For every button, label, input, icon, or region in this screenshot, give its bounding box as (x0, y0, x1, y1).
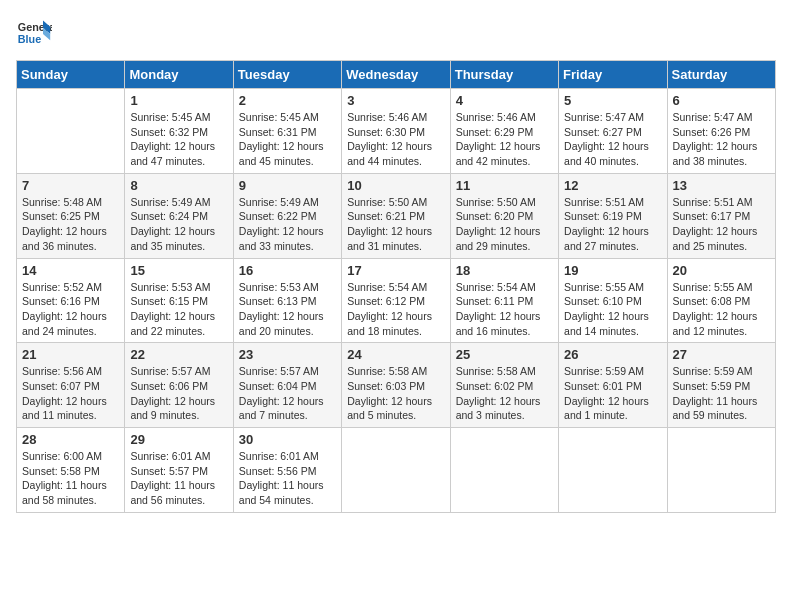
day-info: Sunrise: 5:47 AM Sunset: 6:27 PM Dayligh… (564, 110, 661, 169)
calendar-cell: 6Sunrise: 5:47 AM Sunset: 6:26 PM Daylig… (667, 89, 775, 174)
day-number: 11 (456, 178, 553, 193)
logo-icon: GeneralBlue (16, 16, 52, 52)
calendar-cell: 18Sunrise: 5:54 AM Sunset: 6:11 PM Dayli… (450, 258, 558, 343)
day-number: 26 (564, 347, 661, 362)
logo: GeneralBlue (16, 16, 52, 52)
day-info: Sunrise: 5:49 AM Sunset: 6:24 PM Dayligh… (130, 195, 227, 254)
calendar-cell (667, 428, 775, 513)
calendar-cell: 4Sunrise: 5:46 AM Sunset: 6:29 PM Daylig… (450, 89, 558, 174)
day-number: 10 (347, 178, 444, 193)
day-number: 9 (239, 178, 336, 193)
day-number: 15 (130, 263, 227, 278)
calendar-cell: 12Sunrise: 5:51 AM Sunset: 6:19 PM Dayli… (559, 173, 667, 258)
day-number: 28 (22, 432, 119, 447)
calendar-cell (342, 428, 450, 513)
day-info: Sunrise: 5:46 AM Sunset: 6:29 PM Dayligh… (456, 110, 553, 169)
calendar-cell: 26Sunrise: 5:59 AM Sunset: 6:01 PM Dayli… (559, 343, 667, 428)
day-number: 16 (239, 263, 336, 278)
day-number: 25 (456, 347, 553, 362)
day-number: 2 (239, 93, 336, 108)
day-number: 30 (239, 432, 336, 447)
calendar-cell: 24Sunrise: 5:58 AM Sunset: 6:03 PM Dayli… (342, 343, 450, 428)
calendar-cell (559, 428, 667, 513)
calendar-cell: 20Sunrise: 5:55 AM Sunset: 6:08 PM Dayli… (667, 258, 775, 343)
svg-text:Blue: Blue (18, 33, 41, 45)
day-number: 8 (130, 178, 227, 193)
calendar-cell: 7Sunrise: 5:48 AM Sunset: 6:25 PM Daylig… (17, 173, 125, 258)
day-number: 17 (347, 263, 444, 278)
day-info: Sunrise: 5:47 AM Sunset: 6:26 PM Dayligh… (673, 110, 770, 169)
calendar-cell: 1Sunrise: 5:45 AM Sunset: 6:32 PM Daylig… (125, 89, 233, 174)
calendar-cell (450, 428, 558, 513)
calendar-cell: 9Sunrise: 5:49 AM Sunset: 6:22 PM Daylig… (233, 173, 341, 258)
calendar-cell: 23Sunrise: 5:57 AM Sunset: 6:04 PM Dayli… (233, 343, 341, 428)
calendar-cell: 2Sunrise: 5:45 AM Sunset: 6:31 PM Daylig… (233, 89, 341, 174)
day-number: 5 (564, 93, 661, 108)
day-info: Sunrise: 5:58 AM Sunset: 6:02 PM Dayligh… (456, 364, 553, 423)
day-info: Sunrise: 5:54 AM Sunset: 6:11 PM Dayligh… (456, 280, 553, 339)
day-number: 6 (673, 93, 770, 108)
weekday-header-wednesday: Wednesday (342, 61, 450, 89)
day-info: Sunrise: 5:55 AM Sunset: 6:08 PM Dayligh… (673, 280, 770, 339)
week-row-2: 7Sunrise: 5:48 AM Sunset: 6:25 PM Daylig… (17, 173, 776, 258)
day-number: 7 (22, 178, 119, 193)
calendar-cell: 22Sunrise: 5:57 AM Sunset: 6:06 PM Dayli… (125, 343, 233, 428)
calendar-table: SundayMondayTuesdayWednesdayThursdayFrid… (16, 60, 776, 513)
calendar-cell: 25Sunrise: 5:58 AM Sunset: 6:02 PM Dayli… (450, 343, 558, 428)
day-info: Sunrise: 5:45 AM Sunset: 6:31 PM Dayligh… (239, 110, 336, 169)
day-number: 19 (564, 263, 661, 278)
week-row-1: 1Sunrise: 5:45 AM Sunset: 6:32 PM Daylig… (17, 89, 776, 174)
calendar-cell: 13Sunrise: 5:51 AM Sunset: 6:17 PM Dayli… (667, 173, 775, 258)
calendar-cell: 14Sunrise: 5:52 AM Sunset: 6:16 PM Dayli… (17, 258, 125, 343)
day-number: 4 (456, 93, 553, 108)
day-number: 14 (22, 263, 119, 278)
day-number: 21 (22, 347, 119, 362)
day-info: Sunrise: 5:58 AM Sunset: 6:03 PM Dayligh… (347, 364, 444, 423)
calendar-cell: 27Sunrise: 5:59 AM Sunset: 5:59 PM Dayli… (667, 343, 775, 428)
day-info: Sunrise: 5:55 AM Sunset: 6:10 PM Dayligh… (564, 280, 661, 339)
day-info: Sunrise: 5:59 AM Sunset: 6:01 PM Dayligh… (564, 364, 661, 423)
calendar-cell: 16Sunrise: 5:53 AM Sunset: 6:13 PM Dayli… (233, 258, 341, 343)
day-number: 27 (673, 347, 770, 362)
calendar-cell: 8Sunrise: 5:49 AM Sunset: 6:24 PM Daylig… (125, 173, 233, 258)
calendar-cell: 3Sunrise: 5:46 AM Sunset: 6:30 PM Daylig… (342, 89, 450, 174)
weekday-header-saturday: Saturday (667, 61, 775, 89)
day-info: Sunrise: 5:54 AM Sunset: 6:12 PM Dayligh… (347, 280, 444, 339)
day-number: 24 (347, 347, 444, 362)
day-number: 29 (130, 432, 227, 447)
week-row-3: 14Sunrise: 5:52 AM Sunset: 6:16 PM Dayli… (17, 258, 776, 343)
weekday-header-tuesday: Tuesday (233, 61, 341, 89)
day-number: 20 (673, 263, 770, 278)
day-number: 3 (347, 93, 444, 108)
week-row-4: 21Sunrise: 5:56 AM Sunset: 6:07 PM Dayli… (17, 343, 776, 428)
week-row-5: 28Sunrise: 6:00 AM Sunset: 5:58 PM Dayli… (17, 428, 776, 513)
day-info: Sunrise: 5:51 AM Sunset: 6:17 PM Dayligh… (673, 195, 770, 254)
day-number: 23 (239, 347, 336, 362)
calendar-cell: 19Sunrise: 5:55 AM Sunset: 6:10 PM Dayli… (559, 258, 667, 343)
calendar-cell: 5Sunrise: 5:47 AM Sunset: 6:27 PM Daylig… (559, 89, 667, 174)
day-info: Sunrise: 5:59 AM Sunset: 5:59 PM Dayligh… (673, 364, 770, 423)
day-info: Sunrise: 6:01 AM Sunset: 5:57 PM Dayligh… (130, 449, 227, 508)
calendar-cell: 28Sunrise: 6:00 AM Sunset: 5:58 PM Dayli… (17, 428, 125, 513)
day-info: Sunrise: 5:50 AM Sunset: 6:21 PM Dayligh… (347, 195, 444, 254)
calendar-cell: 11Sunrise: 5:50 AM Sunset: 6:20 PM Dayli… (450, 173, 558, 258)
weekday-header-sunday: Sunday (17, 61, 125, 89)
day-number: 12 (564, 178, 661, 193)
calendar-cell: 10Sunrise: 5:50 AM Sunset: 6:21 PM Dayli… (342, 173, 450, 258)
weekday-header-thursday: Thursday (450, 61, 558, 89)
calendar-cell: 15Sunrise: 5:53 AM Sunset: 6:15 PM Dayli… (125, 258, 233, 343)
calendar-cell: 21Sunrise: 5:56 AM Sunset: 6:07 PM Dayli… (17, 343, 125, 428)
calendar-cell: 29Sunrise: 6:01 AM Sunset: 5:57 PM Dayli… (125, 428, 233, 513)
day-info: Sunrise: 5:57 AM Sunset: 6:06 PM Dayligh… (130, 364, 227, 423)
day-info: Sunrise: 5:45 AM Sunset: 6:32 PM Dayligh… (130, 110, 227, 169)
day-number: 1 (130, 93, 227, 108)
day-info: Sunrise: 5:46 AM Sunset: 6:30 PM Dayligh… (347, 110, 444, 169)
day-info: Sunrise: 6:00 AM Sunset: 5:58 PM Dayligh… (22, 449, 119, 508)
day-info: Sunrise: 5:49 AM Sunset: 6:22 PM Dayligh… (239, 195, 336, 254)
calendar-cell: 17Sunrise: 5:54 AM Sunset: 6:12 PM Dayli… (342, 258, 450, 343)
day-info: Sunrise: 5:57 AM Sunset: 6:04 PM Dayligh… (239, 364, 336, 423)
day-number: 18 (456, 263, 553, 278)
day-info: Sunrise: 5:50 AM Sunset: 6:20 PM Dayligh… (456, 195, 553, 254)
calendar-cell (17, 89, 125, 174)
day-number: 13 (673, 178, 770, 193)
